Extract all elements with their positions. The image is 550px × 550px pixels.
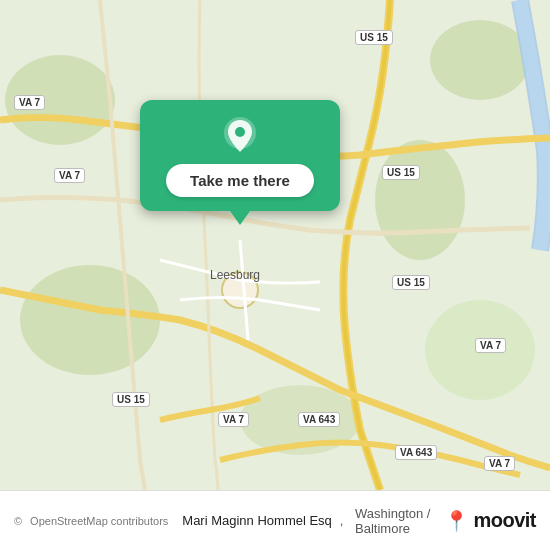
moovit-logo: 📍 moovit bbox=[444, 509, 536, 533]
city-label: Leesburg bbox=[210, 268, 260, 282]
footer: © OpenStreetMap contributors Mari Maginn… bbox=[0, 490, 550, 550]
region-separator: , bbox=[340, 513, 347, 528]
location-name: Mari Maginn Hommel Esq bbox=[182, 513, 332, 528]
svg-point-3 bbox=[375, 140, 465, 260]
take-me-there-button[interactable]: Take me there bbox=[166, 164, 314, 197]
road-label-va7-bottom-right: VA 7 bbox=[484, 456, 515, 471]
road-label-va7-lower: VA 7 bbox=[475, 338, 506, 353]
svg-point-2 bbox=[20, 265, 160, 375]
location-pin-icon bbox=[220, 116, 260, 156]
road-label-va7-mid: VA 7 bbox=[54, 168, 85, 183]
attribution-text: OpenStreetMap contributors bbox=[30, 515, 168, 527]
svg-point-1 bbox=[430, 20, 530, 100]
map-container: US 15 VA 7 VA 7 US 15 US 15 VA 7 US 15 V… bbox=[0, 0, 550, 490]
copyright-symbol: © bbox=[14, 515, 22, 527]
moovit-brand-text: moovit bbox=[473, 509, 536, 532]
road-label-va7-bottom-left: VA 7 bbox=[218, 412, 249, 427]
road-label-us15-lower: US 15 bbox=[392, 275, 430, 290]
moovit-pin-icon: 📍 bbox=[444, 509, 469, 533]
region-text: Washington / Baltimore bbox=[355, 506, 436, 536]
svg-point-8 bbox=[235, 127, 245, 137]
popup-bubble: Take me there bbox=[140, 100, 340, 211]
road-label-us15-bottom: US 15 bbox=[112, 392, 150, 407]
road-label-va643-1: VA 643 bbox=[298, 412, 340, 427]
map-svg bbox=[0, 0, 550, 490]
road-label-us15-mid: US 15 bbox=[382, 165, 420, 180]
road-label-va643-2: VA 643 bbox=[395, 445, 437, 460]
road-label-us15-top: US 15 bbox=[355, 30, 393, 45]
road-label-va7-left: VA 7 bbox=[14, 95, 45, 110]
